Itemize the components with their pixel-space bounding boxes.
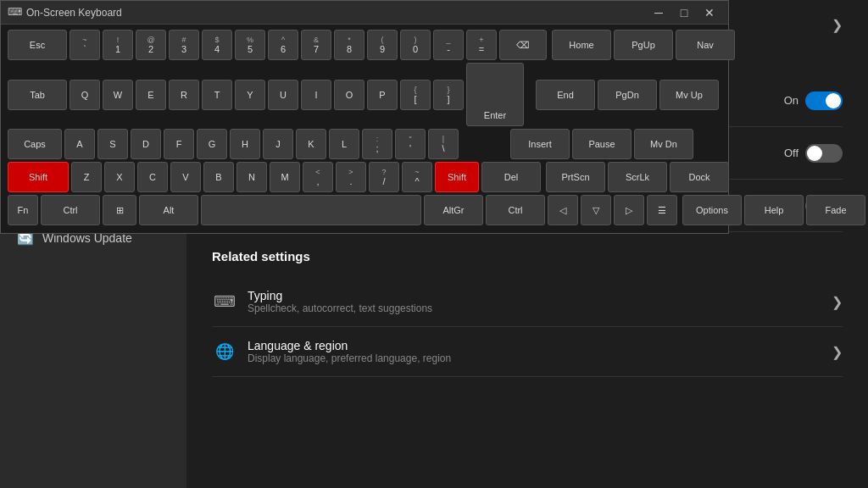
key-z[interactable]: Z <box>71 162 102 192</box>
key-pgdn[interactable]: PgDn <box>598 80 657 110</box>
key-row-5: Fn Ctrl ⊞ Alt AltGr Ctrl ◁ ▽ ▷ ☰ Options… <box>8 195 721 225</box>
key-r[interactable]: R <box>169 80 199 110</box>
key-2[interactable]: @2 <box>136 30 166 60</box>
key-period[interactable]: >. <box>336 162 366 192</box>
key-equals[interactable]: += <box>466 30 497 60</box>
key-b[interactable]: B <box>203 162 234 192</box>
key-n[interactable]: N <box>236 162 267 192</box>
key-mvup[interactable]: Mv Up <box>659 80 719 110</box>
key-h[interactable]: H <box>230 129 260 159</box>
key-space[interactable] <box>201 195 421 225</box>
key-pgup[interactable]: PgUp <box>614 30 673 60</box>
key-mvdn[interactable]: Mv Dn <box>634 129 693 159</box>
key-arrow-left[interactable]: ◁ <box>548 195 578 225</box>
key-q[interactable]: Q <box>70 80 100 110</box>
key-shift-left[interactable]: Shift <box>8 162 69 192</box>
key-3[interactable]: #3 <box>169 30 199 60</box>
key-9[interactable]: (9 <box>367 30 398 60</box>
key-arrow-down[interactable]: ▽ <box>581 195 611 225</box>
key-esc[interactable]: Esc <box>8 30 67 60</box>
key-end[interactable]: End <box>536 80 595 110</box>
key-p[interactable]: P <box>367 80 398 110</box>
key-d[interactable]: D <box>131 129 161 159</box>
key-7[interactable]: &7 <box>301 30 331 60</box>
key-fn[interactable]: Fn <box>8 195 38 225</box>
key-t[interactable]: T <box>202 80 232 110</box>
language-row[interactable]: 🌐 Language & region Display language, pr… <box>212 327 843 377</box>
osk-maximize-btn[interactable]: □ <box>672 1 696 25</box>
key-comma[interactable]: <, <box>303 162 333 192</box>
key-arrow-right[interactable]: ▷ <box>614 195 644 225</box>
key-5[interactable]: %5 <box>235 30 265 60</box>
key-prtscn[interactable]: PrtScn <box>546 162 605 192</box>
key-del[interactable]: Del <box>481 162 541 192</box>
key-rbracket[interactable]: }] <box>433 80 464 110</box>
key-dock[interactable]: Dock <box>670 162 729 192</box>
osk-window: ⌨ On-Screen Keyboard ─ □ ✕ Esc ~` !1 @2 … <box>0 0 729 234</box>
key-x[interactable]: X <box>104 162 135 192</box>
key-e[interactable]: E <box>136 80 166 110</box>
key-i[interactable]: I <box>301 80 331 110</box>
key-6[interactable]: ^6 <box>268 30 298 60</box>
key-alt-left[interactable]: Alt <box>139 195 198 225</box>
key-l[interactable]: L <box>329 129 359 159</box>
key-shift-right[interactable]: Shift <box>435 162 479 192</box>
key-j[interactable]: J <box>263 129 293 159</box>
key-w[interactable]: W <box>103 80 133 110</box>
key-caret[interactable]: ~^ <box>402 162 432 192</box>
key-altgr[interactable]: AltGr <box>424 195 483 225</box>
key-4[interactable]: $4 <box>202 30 232 60</box>
key-1[interactable]: !1 <box>103 30 133 60</box>
key-row-1: Esc ~` !1 @2 #3 $4 %5 ^6 &7 *8 (9 )0 _- … <box>8 30 721 60</box>
key-ctrl-right[interactable]: Ctrl <box>486 195 545 225</box>
key-home[interactable]: Home <box>552 30 611 60</box>
language-text: Language & region Display language, pref… <box>248 339 451 364</box>
key-8[interactable]: *8 <box>334 30 364 60</box>
osk-minimize-btn[interactable]: ─ <box>647 1 670 25</box>
key-o[interactable]: O <box>334 80 364 110</box>
key-options[interactable]: Options <box>682 195 742 225</box>
key-quote[interactable]: "' <box>395 129 426 159</box>
key-lbracket[interactable]: {[ <box>400 80 431 110</box>
key-help[interactable]: Help <box>744 195 804 225</box>
typing-row[interactable]: ⌨ Typing Spellcheck, autocorrect, text s… <box>212 277 843 327</box>
osk-toggle[interactable] <box>805 92 843 110</box>
key-c[interactable]: C <box>137 162 168 192</box>
key-menu[interactable]: ☰ <box>647 195 677 225</box>
key-s[interactable]: S <box>97 129 128 159</box>
underline-keys-toggle[interactable] <box>805 144 843 163</box>
key-a[interactable]: A <box>64 129 95 159</box>
typing-icon: ⌨ <box>212 292 237 311</box>
key-insert[interactable]: Insert <box>510 129 570 159</box>
key-f[interactable]: F <box>164 129 194 159</box>
key-fade[interactable]: Fade <box>806 195 865 225</box>
key-y[interactable]: Y <box>235 80 265 110</box>
osk-toggle-thumb <box>826 93 841 108</box>
osk-close-btn[interactable]: ✕ <box>698 1 721 25</box>
key-u[interactable]: U <box>268 80 298 110</box>
key-nav[interactable]: Nav <box>676 30 735 60</box>
key-enter[interactable]: Enter <box>466 63 524 126</box>
key-0[interactable]: )0 <box>400 30 431 60</box>
key-k[interactable]: K <box>296 129 326 159</box>
key-g[interactable]: G <box>197 129 227 159</box>
key-ctrl-left[interactable]: Ctrl <box>41 195 100 225</box>
key-row-3: Caps A S D F G H J K L :; "' |\ Insert P… <box>8 129 721 159</box>
key-pause[interactable]: Pause <box>572 129 632 159</box>
key-semicolon[interactable]: :; <box>362 129 392 159</box>
osk-window-icon: ⌨ <box>8 6 21 19</box>
key-caps[interactable]: Caps <box>8 129 62 159</box>
osk-control: On <box>775 92 843 110</box>
key-minus[interactable]: _- <box>433 30 464 60</box>
key-tilde[interactable]: ~` <box>70 30 100 60</box>
key-windows[interactable]: ⊞ <box>103 195 136 225</box>
key-backspace[interactable]: ⌫ <box>499 30 547 60</box>
key-backslash[interactable]: |\ <box>428 129 459 159</box>
key-slash[interactable]: ?/ <box>369 162 399 192</box>
key-v[interactable]: V <box>170 162 201 192</box>
key-scrlk[interactable]: ScrLk <box>608 162 667 192</box>
key-tab[interactable]: Tab <box>8 80 67 110</box>
key-m[interactable]: M <box>270 162 300 192</box>
typing-text: Typing Spellcheck, autocorrect, text sug… <box>248 289 432 314</box>
key-row-4: Shift Z X C V B N M <, >. ?/ ~^ Shift De… <box>8 162 721 192</box>
